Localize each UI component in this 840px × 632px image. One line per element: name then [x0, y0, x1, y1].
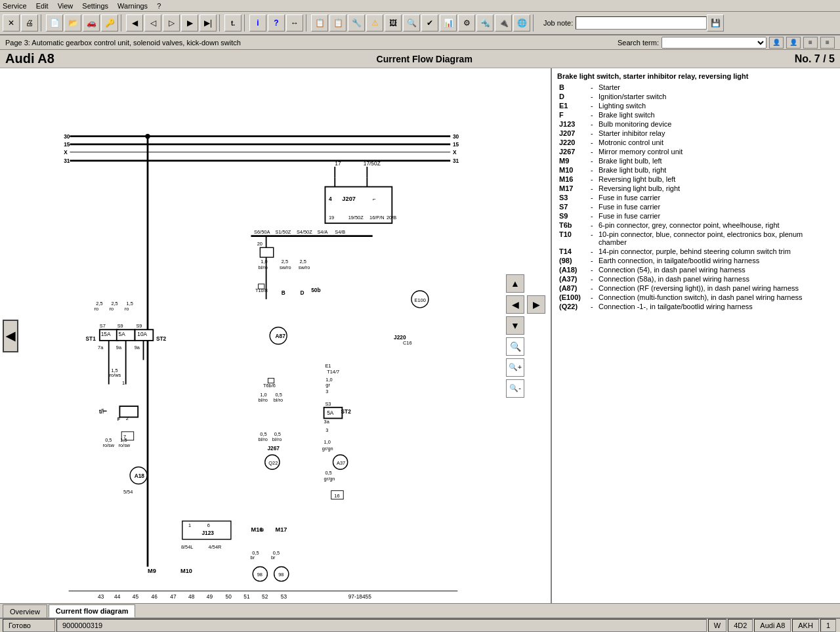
tb-comp3-btn[interactable]: 🔧 — [348, 14, 365, 32]
search-opt2-btn[interactable]: ≡ — [820, 37, 835, 49]
tb-help-btn[interactable]: ? — [268, 14, 285, 32]
status-code: 9000000319 — [56, 619, 707, 632]
status-akh: AKH — [792, 619, 819, 632]
svg-text:30: 30 — [64, 133, 70, 140]
svg-text:T6b/6: T6b/6 — [263, 383, 276, 389]
tb-img-btn[interactable]: 🖼 — [385, 14, 402, 32]
svg-text:31: 31 — [64, 158, 70, 164]
tb-comp5-btn[interactable]: 🔩 — [476, 14, 494, 32]
comp-dash: - — [589, 193, 597, 202]
comp-dash: - — [589, 256, 597, 265]
list-item: (A37) - Connection (58a), in dash panel … — [557, 274, 835, 284]
comp-dash: - — [589, 138, 597, 147]
svg-text:50: 50 — [226, 593, 232, 600]
comp-code: S9 — [557, 211, 589, 221]
svg-text:⊗: ⊗ — [260, 526, 264, 533]
svg-text:E100: E100 — [415, 297, 426, 303]
search-opt1-btn[interactable]: ≡ — [803, 37, 818, 49]
tb-fwd2-btn[interactable]: ▶ — [181, 14, 198, 32]
prev-page-arrow[interactable]: ◀ — [3, 320, 18, 352]
search-exec-btn[interactable]: 👤 — [769, 37, 784, 49]
tb-comp2-btn[interactable]: 📋 — [329, 14, 346, 32]
tb-comp1-btn[interactable]: 📋 — [311, 14, 328, 32]
tb-end-btn[interactable]: ▶| — [200, 14, 217, 32]
tb-back-btn[interactable]: ◀ — [126, 14, 143, 32]
zoom-in-btn[interactable]: 🔍 — [506, 337, 524, 356]
tb-globe-btn[interactable]: 🌐 — [513, 14, 530, 32]
svg-text:3: 3 — [326, 427, 328, 433]
tb-open-btn[interactable]: 📂 — [64, 14, 81, 32]
tb-arrow-btn[interactable]: ↔ — [286, 14, 303, 32]
tab-current-flow[interactable]: Current flow diagram — [49, 604, 136, 618]
page-number: No. 7 / 5 — [795, 53, 835, 65]
svg-text:30: 30 — [453, 133, 459, 140]
comp-desc: Lighting switch — [597, 101, 835, 110]
svg-text:51: 51 — [243, 593, 250, 600]
tb-sep2 — [121, 14, 123, 32]
tb-back2-btn[interactable]: ◁ — [144, 14, 161, 32]
comp-desc: Fuse in fuse carrier — [597, 211, 835, 221]
zoom-out-btn[interactable]: 🔍- — [506, 379, 524, 398]
tb-check-btn[interactable]: ✔ — [421, 14, 438, 32]
svg-text:t/⊢: t/⊢ — [99, 408, 107, 415]
nav-up-btn[interactable]: ▲ — [506, 274, 524, 293]
svg-text:49: 49 — [207, 593, 213, 600]
comp-code: T6b — [557, 221, 589, 230]
tb-new-btn[interactable]: 📄 — [46, 14, 63, 32]
tb-comp4-btn[interactable]: ⚙ — [458, 14, 475, 32]
svg-text:S3: S3 — [325, 401, 331, 407]
list-item: T14 - 14-pin connector, purple, behind s… — [557, 247, 835, 256]
svg-text:ro/sw: ro/sw — [119, 442, 131, 448]
svg-text:1,0: 1,0 — [324, 439, 331, 445]
comp-desc: Connection (54), in dash panel wiring ha… — [597, 265, 835, 274]
svg-text:ro/sw: ro/sw — [102, 442, 114, 448]
svg-text:M17: M17 — [276, 526, 287, 533]
comp-desc: Earth connection, in tailgate/bootlid wi… — [597, 256, 835, 265]
tb-fwd-btn[interactable]: ▷ — [163, 14, 180, 32]
svg-text:ST2: ST2 — [156, 335, 167, 342]
nav-down-btn[interactable]: ▼ — [506, 316, 524, 335]
svg-text:50b: 50b — [311, 287, 320, 293]
tb-car-btn[interactable]: 🚗 — [83, 14, 100, 32]
menu-help[interactable]: ? — [157, 2, 161, 10]
svg-text:5A: 5A — [119, 331, 126, 337]
tb-print2-btn[interactable]: 🖨 — [21, 14, 38, 32]
menu-view[interactable]: View — [58, 2, 74, 10]
comp-dash: - — [589, 119, 597, 129]
tb-search-btn[interactable]: 🔍 — [403, 14, 420, 32]
tab-overview[interactable]: Overview — [3, 604, 47, 618]
tb-diag-btn[interactable]: 📊 — [440, 14, 457, 32]
comp-dash: - — [589, 284, 597, 293]
svg-text:E1: E1 — [325, 363, 331, 369]
svg-text:S9: S9 — [117, 323, 123, 329]
nav-right-btn[interactable]: ▶ — [527, 295, 545, 314]
menu-service[interactable]: Service — [3, 2, 27, 10]
menu-settings[interactable]: Settings — [82, 2, 108, 10]
comp-desc: Brake light bulb, right — [597, 165, 835, 175]
tb-comp6-btn[interactable]: 🔌 — [495, 14, 512, 32]
menu-warnings[interactable]: Warnings — [117, 2, 148, 10]
svg-text:31: 31 — [453, 158, 459, 164]
jobnote-input[interactable] — [576, 16, 707, 30]
tb-print-btn[interactable]: ✕ — [3, 14, 20, 32]
comp-code: M17 — [557, 184, 589, 193]
zoom-in2-btn[interactable]: 🔍+ — [506, 358, 524, 377]
tb-warn-btn[interactable]: ⚠ — [366, 14, 383, 32]
search-clear-btn[interactable]: 👤 — [786, 37, 801, 49]
wiring-diagram-svg: 30 15 X 31 30 15 X 31 17 17/50Z — [0, 68, 551, 603]
jobnote-save-btn[interactable]: 💾 — [707, 14, 724, 32]
svg-text:17/50Z: 17/50Z — [364, 160, 381, 167]
svg-text:Q22: Q22 — [268, 460, 278, 466]
svg-text:7a: 7a — [98, 345, 104, 350]
comp-code: J123 — [557, 119, 589, 129]
svg-text:10A: 10A — [137, 331, 147, 337]
menu-edit[interactable]: Edit — [36, 2, 49, 10]
tb-info-btn[interactable]: i — [249, 14, 266, 32]
svg-text:15A: 15A — [101, 331, 111, 337]
tb-key-btn[interactable]: 🔑 — [101, 14, 118, 32]
comp-dash: - — [589, 83, 597, 92]
tb-text-btn[interactable]: t. — [224, 14, 242, 32]
search-input[interactable] — [662, 37, 766, 49]
tb-sep1 — [41, 14, 43, 32]
nav-left-btn[interactable]: ◀ — [506, 295, 524, 314]
